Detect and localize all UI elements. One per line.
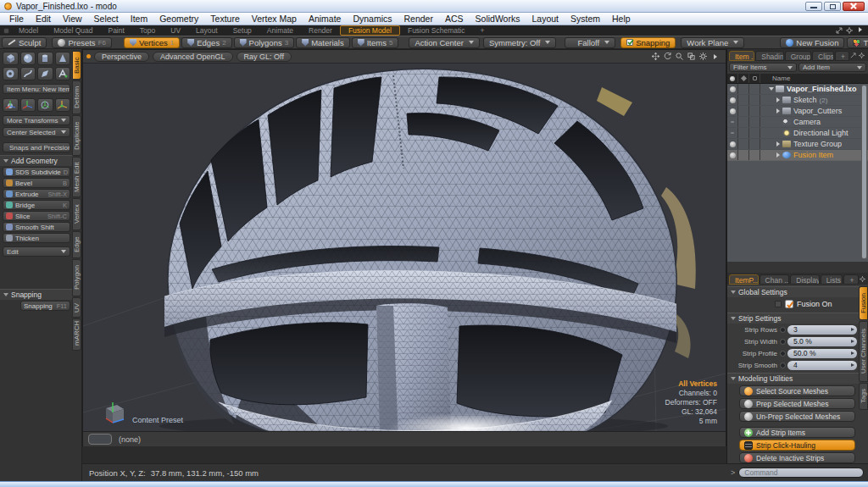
symmetry-dropdown[interactable]: Symmetry: Off <box>483 37 557 48</box>
close-button[interactable] <box>843 2 865 11</box>
tab-clips[interactable]: Clips <box>812 51 834 61</box>
raygl-dropdown[interactable]: Ray GL: Off <box>236 52 292 62</box>
menu-item-select[interactable]: Select <box>88 14 125 24</box>
vtab-fusion[interactable]: Fusion <box>859 286 868 320</box>
tab-model-quad[interactable]: Model Quad <box>46 26 100 36</box>
sphere-tool[interactable] <box>20 52 36 65</box>
tab-fusion-schematic[interactable]: Fusion Schematic <box>400 26 473 36</box>
filter-items-dropdown[interactable]: Filter Items <box>729 63 797 72</box>
viewport-canvas[interactable]: Content Preset All Vertices Channels: 0 … <box>83 64 726 431</box>
perspective-dropdown[interactable]: Perspective <box>94 52 149 62</box>
tree-row-vapor-cutters[interactable]: Vapor_Cutters <box>727 106 868 117</box>
vtab-mesh-edit[interactable]: Mesh Edit <box>72 157 81 197</box>
spinner-icon[interactable] <box>851 328 854 331</box>
menu-item-edit[interactable]: Edit <box>30 14 57 24</box>
tree-row-sketch[interactable]: Sketch (2) <box>727 95 868 106</box>
gear-icon[interactable] <box>859 53 865 58</box>
menu-item-file[interactable]: File <box>3 14 30 24</box>
strip-click-hauling-button[interactable]: Strip Click-Hauling <box>739 440 855 451</box>
cube-tool[interactable] <box>3 52 19 65</box>
scale-tool[interactable] <box>37 98 53 112</box>
falloff-dropdown[interactable]: Falloff <box>565 37 615 48</box>
channel-dot-icon[interactable] <box>780 362 786 368</box>
strip-smooth-input[interactable]: 4 <box>787 361 857 370</box>
channel-dot-icon[interactable] <box>780 339 786 345</box>
vtab-uv[interactable]: UV <box>72 297 81 318</box>
strip-profile-input[interactable]: 50.0 % <box>787 349 857 358</box>
snaps-and-precision-button[interactable]: Snaps and Precision <box>3 142 70 152</box>
menu-item-render[interactable]: Render <box>398 14 439 24</box>
expand-icon[interactable] <box>850 53 856 58</box>
move-tool[interactable] <box>3 98 19 112</box>
unprep-selected-meshes-button[interactable]: Un-Prep Selected Meshes <box>739 411 855 422</box>
command-input[interactable] <box>738 468 864 478</box>
tab-add[interactable]: + <box>843 274 859 285</box>
menu-item-item[interactable]: Item <box>125 14 153 24</box>
delete-inactive-strips-button[interactable]: Delete Inactive Strips <box>739 452 855 463</box>
tab-layout[interactable]: Layout <box>188 26 225 36</box>
maximize-viewport-icon[interactable] <box>687 53 695 60</box>
tab-model[interactable]: Model <box>11 26 46 36</box>
tab-lists[interactable]: Lists <box>821 274 843 285</box>
work-plane-dropdown[interactable]: Work Plane <box>681 37 744 48</box>
vtab-edge[interactable]: Edge <box>72 231 81 258</box>
gear-icon[interactable] <box>846 27 853 34</box>
menu-item-vertex-map[interactable]: Vertex Map <box>246 14 303 24</box>
tab-shading[interactable]: Shading <box>755 51 783 61</box>
tab-item-properties[interactable]: ItemP... <box>729 274 759 285</box>
eye-icon[interactable] <box>730 108 736 114</box>
select-source-meshes-button[interactable]: Select Source Meshes <box>739 385 855 396</box>
tree-row-camera[interactable]: Camera <box>727 117 868 128</box>
spinner-icon[interactable] <box>851 363 854 367</box>
vtab-vertex[interactable]: Vertex <box>72 198 81 230</box>
strip-settings-header[interactable]: Strip Settings <box>727 313 859 324</box>
spinner-icon[interactable] <box>851 340 854 343</box>
tool-thicken[interactable]: Thicken <box>3 233 70 243</box>
tool-bevel[interactable]: Bevel B <box>3 178 70 188</box>
tab-channels[interactable]: Chan ... <box>760 274 790 285</box>
gear-icon[interactable] <box>860 276 865 282</box>
tab-item-list[interactable]: Item ... <box>729 51 754 61</box>
panel-arrow-icon[interactable] <box>711 54 720 59</box>
menu-item-layout[interactable]: Layout <box>526 14 565 24</box>
pan-icon[interactable] <box>652 53 659 60</box>
tree-row-texture-group[interactable]: Texture Group <box>727 139 868 150</box>
presets-button[interactable]: Presets F6 <box>52 37 112 48</box>
more-transforms-dropdown[interactable]: More Transforms <box>3 115 70 125</box>
tab-topo[interactable]: Topo <box>132 26 163 36</box>
expander-icon[interactable] <box>774 141 782 147</box>
menu-item-geometry[interactable]: Geometry <box>153 14 204 24</box>
menu-item-dynamics[interactable]: Dynamics <box>347 14 398 24</box>
channel-dot-icon[interactable] <box>780 351 786 357</box>
channel-dot-icon[interactable] <box>780 327 786 333</box>
vtab-polygon[interactable]: Polygon <box>72 259 81 296</box>
maximize-button[interactable] <box>824 2 841 11</box>
cylinder-tool[interactable] <box>37 52 53 65</box>
vtab-march[interactable]: mARCH <box>72 318 81 351</box>
tab-add-button[interactable]: + <box>473 26 492 36</box>
expander-icon[interactable] <box>774 97 782 102</box>
menu-item-animate[interactable]: Animate <box>303 14 348 24</box>
tab-uv[interactable]: UV <box>163 26 188 36</box>
center-selected-dropdown[interactable]: Center Selected <box>3 127 70 137</box>
vtab-duplicate[interactable]: Duplicate <box>72 115 81 156</box>
mode-materials-button[interactable]: Materials <box>296 37 350 48</box>
modeling-utilities-header[interactable]: Modeling Utilities <box>727 373 859 384</box>
mode-edges-button[interactable]: Edges 2 <box>181 37 231 48</box>
vtab-tags[interactable]: Tags <box>859 383 868 410</box>
snapping-toggle-button[interactable]: Snapping F11 <box>20 301 70 311</box>
eye-icon[interactable] <box>730 97 736 103</box>
layout-switch-icon[interactable] <box>3 28 9 34</box>
tab-add[interactable]: + <box>835 51 849 61</box>
global-settings-header[interactable]: Global Settings <box>727 286 859 297</box>
orbit-icon[interactable] <box>664 53 671 60</box>
prep-selected-meshes-button[interactable]: Prep Selected Meshes <box>739 398 855 409</box>
tool-bridge[interactable]: Bridge K <box>3 200 70 210</box>
add-item-dropdown[interactable]: Add Item <box>798 63 866 72</box>
snapping-button[interactable]: Snapping <box>620 37 676 48</box>
tab-render[interactable]: Render <box>301 26 340 36</box>
tree-row-root[interactable]: Vapor_Finished.lxo <box>727 84 868 95</box>
tool-extrude[interactable]: Extrude Shift-X <box>3 189 70 199</box>
menu-item-texture[interactable]: Texture <box>204 14 245 24</box>
expand-icon[interactable] <box>836 27 843 34</box>
